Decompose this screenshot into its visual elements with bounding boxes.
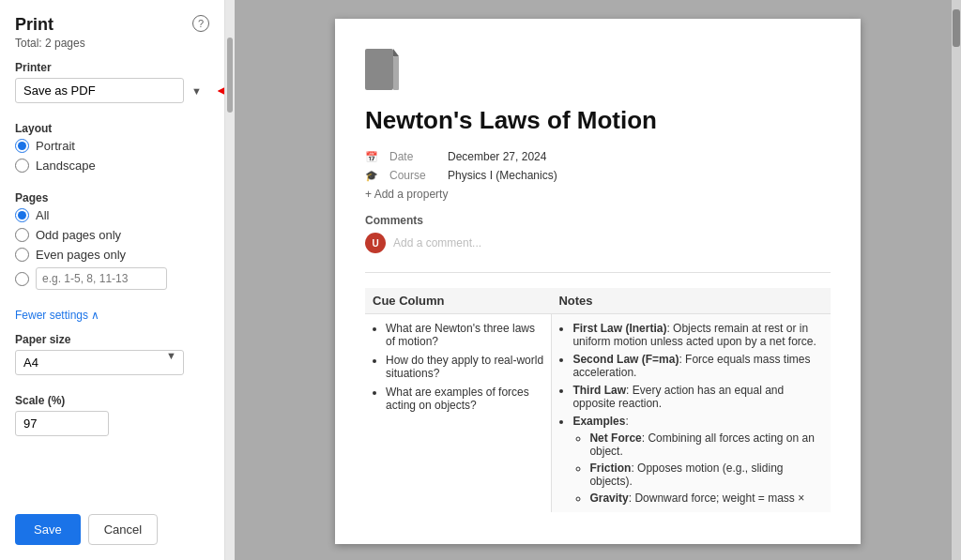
pages-all[interactable]: All xyxy=(15,208,209,222)
pages-even[interactable]: Even pages only xyxy=(15,248,209,262)
printer-section: Printer Save as PDF Microsoft Print to P… xyxy=(15,61,209,103)
notes-item-second: Second Law (F=ma): Force equals mass tim… xyxy=(572,353,823,379)
examples-sub-list: Net Force: Combining all forces acting o… xyxy=(572,431,823,505)
fewer-settings-anchor[interactable]: Fewer settings ∧ xyxy=(15,309,209,322)
notes-item-third: Third Law: Every action has an equal and… xyxy=(572,384,823,410)
scale-label: Scale (%) xyxy=(15,394,209,407)
layout-landscape[interactable]: Landscape xyxy=(15,159,209,173)
cue-item: What are examples of forces acting on ob… xyxy=(386,386,543,412)
notes-list: First Law (Inertia): Objects remain at r… xyxy=(559,322,823,505)
cue-column-header: Cue Column xyxy=(365,288,551,314)
date-row: 📅 Date December 27, 2024 xyxy=(365,150,831,163)
notes-item-examples: Examples: Net Force: Combining all force… xyxy=(572,415,823,505)
print-panel: Print Total: 2 pages ? Printer Save as P… xyxy=(0,0,225,560)
cue-item: What are Newton's three laws of motion? xyxy=(386,322,543,348)
layout-radio-group: Portrait Landscape xyxy=(15,139,209,173)
document-title: Newton's Laws of Motion xyxy=(365,106,831,135)
printer-label: Printer xyxy=(15,61,209,74)
divider xyxy=(365,272,831,273)
printer-select[interactable]: Save as PDF Microsoft Print to PDF OneNo… xyxy=(15,78,184,103)
print-header: Print Total: 2 pages ? xyxy=(15,15,209,50)
right-scrollbar-thumb xyxy=(953,9,960,47)
landscape-label: Landscape xyxy=(36,159,96,173)
course-icon: 🎓 xyxy=(365,170,378,182)
portrait-label: Portrait xyxy=(36,139,75,153)
right-scrollbar[interactable] xyxy=(952,0,961,560)
notes-item-first: First Law (Inertia): Objects remain at r… xyxy=(572,322,823,348)
course-row: 🎓 Course Physics I (Mechanics) xyxy=(365,169,831,182)
pages-radio-group: All Odd pages only Even pages only xyxy=(15,208,209,290)
print-title: Print xyxy=(15,15,85,35)
scale-section: Scale (%) xyxy=(15,394,209,436)
paper-size-label: Paper size xyxy=(15,333,209,346)
comments-label: Comments xyxy=(365,214,831,227)
course-value: Physics I (Mechanics) xyxy=(448,169,557,182)
example-gravity: Gravity: Downward force; weight = mass × xyxy=(589,492,823,505)
svg-marker-3 xyxy=(393,49,399,56)
comment-row: U Add a comment... xyxy=(365,233,831,253)
chevron-up-icon: ∧ xyxy=(91,309,99,322)
scale-input[interactable] xyxy=(15,411,109,436)
fewer-settings-link[interactable]: Fewer settings ∧ xyxy=(15,309,209,322)
save-button[interactable]: Save xyxy=(15,514,81,545)
all-label: All xyxy=(36,208,49,222)
fewer-settings-text: Fewer settings xyxy=(15,309,88,322)
example-net-force: Net Force: Combining all forces acting o… xyxy=(589,431,823,458)
date-icon: 📅 xyxy=(365,151,378,163)
pages-section: Pages All Odd pages only Even pages only xyxy=(15,191,209,290)
button-row: Save Cancel xyxy=(15,507,209,545)
example-friction: Friction: Opposes motion (e.g., sliding … xyxy=(589,462,823,488)
cue-list: What are Newton's three laws of motion? … xyxy=(373,322,543,412)
svg-rect-4 xyxy=(393,56,399,90)
course-label: Course xyxy=(389,169,436,182)
cue-column-content: What are Newton's three laws of motion? … xyxy=(365,314,551,512)
odd-label: Odd pages only xyxy=(36,228,121,242)
portrait-radio[interactable] xyxy=(15,139,29,153)
pages-odd[interactable]: Odd pages only xyxy=(15,228,209,242)
paper-size-wrapper: A4 Letter A3 ▼ xyxy=(15,350,184,375)
layout-portrait[interactable]: Portrait xyxy=(15,139,209,153)
left-scrollbar-thumb xyxy=(227,38,233,113)
layout-section: Layout Portrait Landscape xyxy=(15,122,209,173)
left-scrollbar[interactable] xyxy=(225,0,235,560)
print-total: Total: 2 pages xyxy=(15,37,85,50)
pages-label: Pages xyxy=(15,191,209,204)
date-label: Date xyxy=(389,150,436,163)
notes-header: Notes xyxy=(551,288,831,314)
preview-panel: Newton's Laws of Motion 📅 Date December … xyxy=(235,0,961,560)
notes-column-content: First Law (Inertia): Objects remain at r… xyxy=(551,314,831,512)
even-pages-radio[interactable] xyxy=(15,248,29,262)
cancel-button[interactable]: Cancel xyxy=(88,514,158,545)
paper-size-section: Paper size A4 Letter A3 ▼ xyxy=(15,333,209,375)
paper-size-select[interactable]: A4 Letter A3 xyxy=(15,350,184,375)
pages-custom[interactable] xyxy=(15,267,209,290)
svg-rect-2 xyxy=(365,49,393,90)
odd-pages-radio[interactable] xyxy=(15,228,29,242)
cue-item: How do they apply to real-world situatio… xyxy=(386,354,543,380)
all-pages-radio[interactable] xyxy=(15,208,29,222)
layout-label: Layout xyxy=(15,122,209,135)
avatar: U xyxy=(365,233,386,253)
landscape-radio[interactable] xyxy=(15,159,29,173)
custom-pages-input[interactable] xyxy=(36,267,167,290)
help-icon[interactable]: ? xyxy=(192,15,209,32)
printer-dropdown-arrow: ▼ xyxy=(191,85,202,97)
even-label: Even pages only xyxy=(36,248,126,262)
add-property[interactable]: + Add a property xyxy=(365,188,831,201)
page-preview: Newton's Laws of Motion 📅 Date December … xyxy=(335,19,861,544)
date-value: December 27, 2024 xyxy=(448,150,546,163)
custom-pages-radio[interactable] xyxy=(15,272,29,286)
add-comment-placeholder[interactable]: Add a comment... xyxy=(393,236,481,250)
document-icon xyxy=(365,49,831,98)
red-arrow-indicator xyxy=(217,82,225,100)
notes-table: Cue Column Notes What are Newton's three… xyxy=(365,288,831,512)
